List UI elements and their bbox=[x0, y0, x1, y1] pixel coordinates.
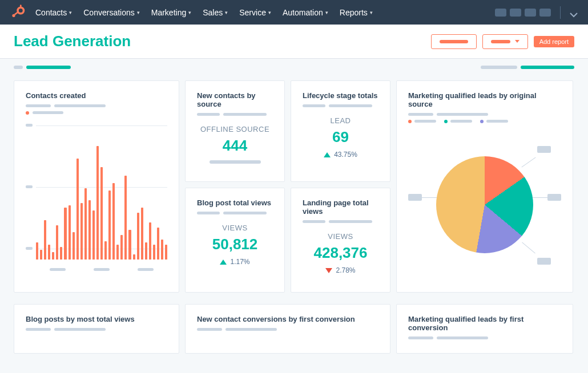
card-title: Blog posts by most total views bbox=[26, 315, 167, 323]
account-menu[interactable] bbox=[570, 10, 579, 15]
card-contacts-created: Contacts created bbox=[14, 80, 179, 293]
card-title: Contacts created bbox=[26, 91, 167, 100]
kpi-label: VIEWS bbox=[197, 224, 273, 232]
nav-icon-placeholder[interactable] bbox=[539, 9, 551, 17]
toolbar-placeholder bbox=[481, 66, 517, 69]
toolbar-filter[interactable] bbox=[26, 66, 71, 69]
card-title: Landing page total views bbox=[303, 198, 378, 216]
card-landing-views: Landing page total views VIEWS 428,376 2… bbox=[291, 188, 390, 293]
card-blog-most-views: Blog posts by most total views bbox=[14, 304, 179, 354]
card-blog-views: Blog post total views VIEWS 50,812 1.17% bbox=[185, 188, 285, 293]
card-mql-first-conv: Marketing qualified leads by first conve… bbox=[396, 304, 573, 354]
chevron-down-icon bbox=[515, 40, 519, 43]
card-title: New contact conversions by first convers… bbox=[197, 315, 378, 323]
bar bbox=[120, 235, 123, 260]
bar bbox=[84, 188, 87, 260]
bar bbox=[88, 200, 91, 260]
bar bbox=[100, 167, 103, 260]
bar bbox=[104, 241, 107, 260]
hubspot-logo[interactable] bbox=[9, 4, 26, 21]
bar bbox=[153, 245, 155, 260]
bar bbox=[165, 245, 167, 260]
toolbar-placeholder bbox=[14, 66, 23, 69]
card-title: New contacts by source bbox=[197, 91, 273, 108]
bar bbox=[124, 176, 127, 260]
add-report-button[interactable]: Add report bbox=[534, 36, 574, 47]
bar bbox=[141, 208, 143, 260]
kpi-delta: 1.17% bbox=[230, 258, 249, 266]
bar bbox=[149, 222, 151, 260]
contacts-created-chart bbox=[26, 123, 167, 271]
nav-marketing[interactable]: Marketing▾ bbox=[151, 8, 191, 17]
bar bbox=[40, 250, 42, 260]
axis-label-placeholder bbox=[50, 268, 66, 271]
nav-service[interactable]: Service▾ bbox=[239, 8, 271, 17]
nav-conversations[interactable]: Conversations▾ bbox=[83, 8, 140, 17]
kpi-delta: 43.75% bbox=[334, 151, 357, 159]
trend-up-icon bbox=[324, 152, 331, 157]
kpi-label: VIEWS bbox=[303, 232, 378, 241]
nav-icon-placeholder[interactable] bbox=[525, 9, 536, 17]
kpi-value: 428,376 bbox=[303, 244, 378, 262]
dashboard-toolbar bbox=[0, 59, 588, 74]
nav-icon-placeholder[interactable] bbox=[495, 9, 506, 17]
header-action-2[interactable] bbox=[482, 34, 528, 49]
bar bbox=[73, 232, 75, 260]
bar bbox=[48, 245, 50, 260]
card-title: Marketing qualified leads by first conve… bbox=[408, 315, 561, 332]
bar bbox=[133, 254, 135, 260]
mql-pie-chart bbox=[408, 128, 561, 282]
card-title: Blog post total views bbox=[197, 198, 273, 207]
axis-label-placeholder bbox=[138, 268, 154, 271]
bar bbox=[112, 183, 115, 260]
chevron-down-icon: ▾ bbox=[325, 10, 328, 15]
bar bbox=[44, 220, 46, 260]
chevron-down-icon: ▾ bbox=[69, 10, 72, 15]
bar bbox=[128, 230, 131, 260]
chevron-down-icon: ▾ bbox=[370, 10, 373, 15]
chevron-down-icon: ▾ bbox=[137, 10, 140, 15]
card-lifecycle-totals: Lifecycle stage totals LEAD 69 43.75% bbox=[291, 80, 390, 182]
nav-automation[interactable]: Automation▾ bbox=[283, 8, 328, 17]
page-title: Lead Generation bbox=[14, 33, 131, 50]
nav-sales[interactable]: Sales▾ bbox=[203, 8, 228, 17]
card-mql-source: Marketing qualified leads by original so… bbox=[396, 80, 573, 293]
bar bbox=[56, 225, 58, 260]
kpi-value: 444 bbox=[197, 137, 273, 155]
nav-icon-placeholder[interactable] bbox=[510, 9, 521, 17]
nav-reports[interactable]: Reports▾ bbox=[340, 8, 373, 17]
kpi-value: 50,812 bbox=[197, 236, 273, 253]
bar bbox=[80, 203, 83, 260]
legend-dot-icon bbox=[480, 120, 484, 123]
toolbar-filter[interactable] bbox=[521, 66, 574, 69]
chevron-down-icon: ▾ bbox=[188, 10, 191, 15]
card-contact-conv-first: New contact conversions by first convers… bbox=[185, 304, 390, 354]
bar bbox=[108, 190, 111, 260]
kpi-label: OFFLINE SOURCE bbox=[197, 125, 273, 133]
page-header: Lead Generation Add report bbox=[0, 25, 588, 59]
bar bbox=[92, 210, 95, 260]
nav-contacts[interactable]: Contacts▾ bbox=[35, 8, 72, 17]
chevron-down-icon: ▾ bbox=[268, 10, 271, 15]
kpi-value: 69 bbox=[303, 128, 378, 146]
trend-down-icon bbox=[325, 268, 332, 273]
bar bbox=[96, 146, 99, 260]
header-action-1[interactable] bbox=[431, 34, 477, 49]
bar bbox=[76, 159, 79, 260]
bar bbox=[116, 245, 119, 260]
chevron-down-icon: ▾ bbox=[225, 10, 228, 15]
bar bbox=[64, 208, 66, 260]
axis-label-placeholder bbox=[94, 268, 110, 271]
bar bbox=[69, 205, 71, 260]
nav-right bbox=[495, 6, 579, 19]
kpi-label: LEAD bbox=[303, 116, 378, 125]
dashboard-grid-row2: Blog posts by most total views New conta… bbox=[0, 304, 588, 367]
legend-dot-icon bbox=[444, 120, 448, 123]
legend-dot-icon bbox=[408, 120, 412, 123]
card-title: Lifecycle stage totals bbox=[303, 91, 378, 100]
kpi-delta: 2.78% bbox=[336, 266, 355, 274]
pie-legend bbox=[408, 119, 561, 123]
bar bbox=[145, 242, 147, 260]
top-nav: Contacts▾ Conversations▾ Marketing▾ Sale… bbox=[0, 0, 588, 25]
dashboard-grid: Contacts created New contacts by source … bbox=[0, 74, 588, 304]
